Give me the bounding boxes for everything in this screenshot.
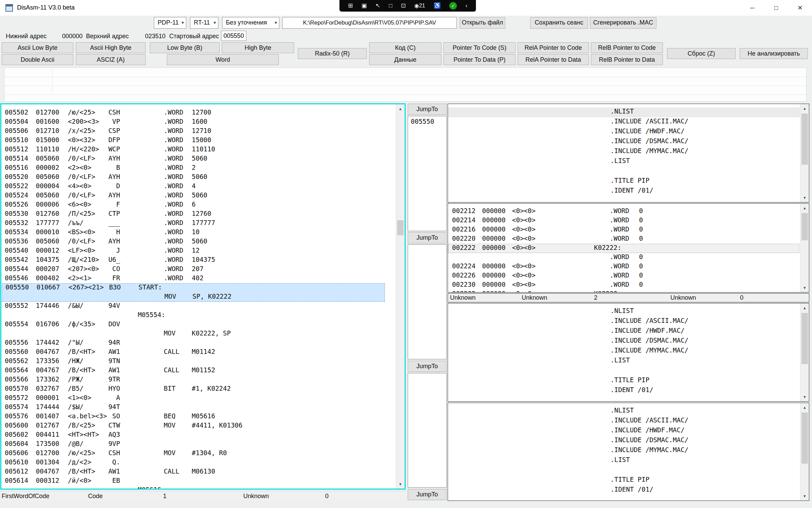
- scroll-down-icon[interactable]: ▼: [800, 492, 809, 500]
- scroll-up-icon[interactable]: ▲: [800, 303, 809, 312]
- scrollbar[interactable]: ▲ ▼: [800, 303, 809, 401]
- low-byte-button[interactable]: Low Byte (B): [150, 42, 220, 53]
- source-line[interactable]: .LIST: [448, 157, 800, 167]
- source-line[interactable]: .LIST: [448, 356, 800, 366]
- source-line[interactable]: .INCLUDE /MYMAC.MAC/: [448, 446, 800, 456]
- jumpto-button-2[interactable]: JumpTo: [408, 232, 447, 243]
- source-line[interactable]: .INCLUDE /DSMAC.MAC/: [448, 137, 800, 147]
- listing-line[interactable]: 005532177777/ъъ/___.WORD177777: [1, 219, 395, 228]
- cursor-icon[interactable]: ↖: [375, 0, 380, 12]
- scrollbar-thumb[interactable]: [801, 313, 808, 364]
- listing-line[interactable]: 002232000000<0><0>K02232:: [448, 290, 800, 292]
- double-ascii-button[interactable]: Double Ascii: [2, 54, 73, 65]
- source-line[interactable]: .INCLUDE /ASCII.MAC/: [448, 317, 800, 327]
- scroll-up-icon[interactable]: ▲: [800, 403, 809, 412]
- listing-line[interactable]: 002214000000<0><0>.WORD0: [448, 216, 800, 225]
- rela-pointer-to-code-button[interactable]: RelA Pointer to Code: [518, 42, 589, 53]
- screen-capture-icon[interactable]: ⊡: [401, 0, 406, 12]
- source-line[interactable]: .INCLUDE /HWDF.MAC/: [448, 426, 800, 436]
- accessibility-icon[interactable]: ♿: [434, 0, 441, 12]
- scroll-down-icon[interactable]: ▼: [800, 392, 809, 401]
- listing-line[interactable]: 002212000000<0><0>.WORD0: [448, 207, 800, 216]
- source-line[interactable]: .NLIST: [448, 307, 800, 317]
- listing-line[interactable]: 005506012710/х/<25>CSP.WORD12710: [1, 127, 395, 136]
- pointer-to-code-button[interactable]: Pointer To Code (S): [444, 42, 516, 53]
- back-chevron-icon[interactable]: ‹: [465, 0, 467, 12]
- listing-line[interactable]: 005610001304/д/<2>Q.: [1, 458, 395, 467]
- listing-line[interactable]: 005514005060/0/<LF>AYH.WORD5060: [1, 154, 395, 164]
- source-line[interactable]: .IDENT /01/: [448, 186, 800, 196]
- jumpto-list-1[interactable]: 005550: [408, 116, 447, 231]
- listing-line[interactable]: 005560004767/В/<HT>AW1CALLM01142: [1, 348, 395, 357]
- scroll-up-icon[interactable]: ▲: [396, 104, 405, 113]
- maximize-button[interactable]: □: [764, 0, 788, 16]
- listing-line[interactable]: 005576001407<a.bel><3>SOBEQM05616: [1, 412, 395, 421]
- source-line[interactable]: .TITLE PIP: [448, 476, 800, 485]
- relb-pointer-to-code-button[interactable]: RelB Pointer to Code: [591, 42, 663, 53]
- rela-pointer-to-data-button[interactable]: RelA Pointer to Data: [518, 54, 589, 65]
- source-line[interactable]: .INCLUDE /MYMAC.MAC/: [448, 346, 800, 356]
- scrollbar-thumb[interactable]: [801, 114, 808, 165]
- camera-icon[interactable]: ▣: [361, 0, 367, 12]
- source-line[interactable]: [448, 167, 800, 177]
- jumpto-list-2[interactable]: [408, 244, 447, 359]
- minimize-button[interactable]: ─: [740, 0, 764, 16]
- selected-row[interactable]: 005550010667<267><21>B3OSTART:MOVSP, K02…: [2, 283, 385, 302]
- source-line[interactable]: .INCLUDE /MYMAC.MAC/: [448, 147, 800, 157]
- listing-line[interactable]: 005604173500/@В/9VP: [1, 440, 395, 449]
- scrollbar[interactable]: ▲ ▼: [396, 104, 405, 489]
- source-line[interactable]: .TITLE PIP: [448, 376, 800, 386]
- listing-line[interactable]: 005550010667<267><21>B3OSTART:: [2, 283, 385, 293]
- start-address-input[interactable]: [221, 31, 246, 41]
- file-path-input[interactable]: [282, 17, 457, 29]
- listing-line[interactable]: MOVK02222, SP: [1, 329, 395, 339]
- source-line[interactable]: .INCLUDE /ASCII.MAC/: [448, 416, 800, 426]
- listing-line[interactable]: 005524005060/0/<LF>AYH.WORD5060: [1, 191, 395, 200]
- listing-line[interactable]: 005526000006<6><0>F.WORD6: [1, 200, 395, 210]
- source-line[interactable]: .IDENT /01/: [448, 386, 800, 396]
- source-line[interactable]: .INCLUDE /HWDF.MAC/: [448, 327, 800, 337]
- scroll-up-icon[interactable]: ▲: [800, 204, 809, 212]
- listing-line[interactable]: 005612004767/В/<HT>AW1CALLM06130: [1, 467, 395, 477]
- jumpto-button-1[interactable]: JumpTo: [408, 104, 447, 115]
- record-icon[interactable]: ◉: [414, 3, 419, 9]
- open-file-button[interactable]: Открыть файл: [460, 17, 505, 29]
- refine-select[interactable]: Без уточнения ▾: [222, 17, 279, 29]
- reset-button[interactable]: Сброс (Z): [667, 48, 736, 59]
- listing-line[interactable]: 005552174446/&Ы/94V: [1, 302, 395, 311]
- listing-line[interactable]: 005566173362/РЖ/9TR: [1, 375, 395, 385]
- listing-line[interactable]: 005574174444/$Ы/94T: [1, 403, 395, 412]
- listing-line[interactable]: 005510015000<0><32>DFP.WORD15000: [1, 136, 395, 145]
- listing-line[interactable]: 002226000000<0><0>.WORD0: [448, 271, 800, 281]
- listing-line[interactable]: .WORD0: [448, 253, 800, 262]
- listing-line[interactable]: 002224000000<0><0>.WORD0: [448, 262, 800, 271]
- listing-line[interactable]: 005562173356/НЖ/9TN: [1, 357, 395, 366]
- scrollbar-thumb[interactable]: [801, 413, 808, 464]
- generate-mac-button[interactable]: Сгенерировать .MAC: [590, 17, 656, 29]
- ascii-low-byte-button[interactable]: Ascii Low Byte: [2, 42, 73, 53]
- widgets-icon[interactable]: ⊞: [348, 0, 353, 12]
- scrollbar[interactable]: ▲ ▼: [800, 204, 809, 292]
- close-button[interactable]: ✕: [788, 0, 812, 16]
- relb-pointer-to-data-button[interactable]: RelB Pointer to Data: [591, 54, 663, 65]
- listing-line[interactable]: 002230000000<0><0>.WORD0: [448, 281, 800, 290]
- ascii-high-byte-button[interactable]: Ascii High Byte: [76, 42, 146, 53]
- listing-line[interactable]: 005544000207<207><0>CO.WORD207: [1, 265, 395, 274]
- listing-line[interactable]: 005540000012<LF><0>J.WORD12: [1, 246, 395, 256]
- listing-line[interactable]: MOVSP, K02222: [2, 293, 385, 302]
- listing-line[interactable]: 005570032767/В5/HYOBIT#1, K02242: [1, 385, 395, 394]
- source-line[interactable]: .NLIST: [448, 406, 800, 416]
- listing-line[interactable]: 002222000000<0><0>K02222:: [448, 244, 799, 253]
- listing-line[interactable]: 005502012700/ю/<25>CSH.WORD12700: [1, 108, 395, 118]
- source-line[interactable]: .INCLUDE /ASCII.MAC/: [448, 117, 800, 127]
- listing-line[interactable]: M05554:: [1, 311, 395, 320]
- listing-line[interactable]: 005572000001<1><0>A: [1, 394, 395, 403]
- listing-line[interactable]: 002220000000<0><0>.WORD0: [448, 235, 800, 244]
- listing-line[interactable]: 005542104375/Щ/<210>U6_.WORD104375: [1, 256, 395, 265]
- cpu-select[interactable]: PDP-11 ▾: [154, 17, 186, 29]
- os-select[interactable]: RT-11 ▾: [190, 17, 218, 29]
- listing-line[interactable]: 005522000004<4><0>D.WORD4: [1, 182, 395, 191]
- save-session-button[interactable]: Сохранить сеанс: [530, 17, 588, 29]
- source-line[interactable]: .INCLUDE /DSMAC.MAC/: [448, 337, 800, 346]
- listing-line[interactable]: 005504001600<200><3>VP.WORD1600: [1, 118, 395, 127]
